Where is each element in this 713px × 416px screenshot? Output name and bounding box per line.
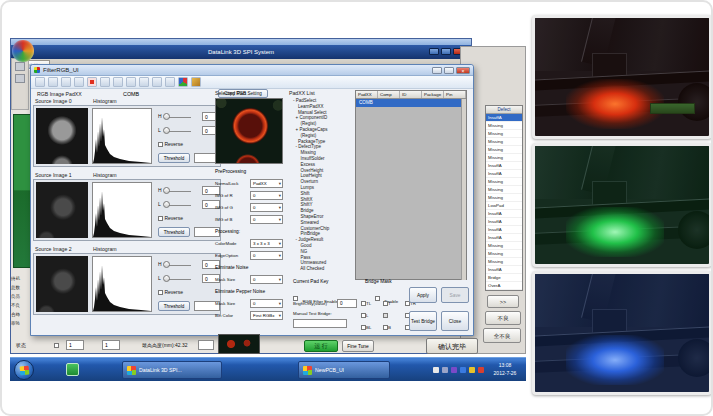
defect-row[interactable]: Missing bbox=[486, 250, 522, 258]
reverse-checkbox[interactable] bbox=[158, 216, 163, 221]
run-button[interactable]: 运 行 bbox=[304, 340, 338, 352]
h-slider-thumb[interactable] bbox=[163, 187, 170, 194]
taskbar-app-newpcb[interactable]: NewPCB_UI bbox=[298, 361, 390, 379]
toolbar-icon[interactable] bbox=[178, 77, 188, 87]
defect-row[interactable]: Missing bbox=[486, 194, 522, 202]
tray-icon[interactable] bbox=[451, 367, 457, 373]
tree-item[interactable]: All Checked bbox=[293, 266, 351, 272]
pad-select-tree[interactable]: - PadSelect LearnPadXX Manual Select + C… bbox=[293, 98, 351, 272]
edgeoption-select[interactable]: 0 bbox=[250, 251, 283, 260]
defect-row[interactable]: Missing bbox=[486, 242, 522, 250]
pad-list-table[interactable]: PadXXCompIDPackagePin COMB bbox=[355, 90, 467, 280]
tray-icon[interactable] bbox=[460, 367, 466, 373]
tray-icon[interactable] bbox=[478, 367, 484, 373]
pad-table-column[interactable]: ID bbox=[400, 91, 422, 98]
test-bridge-button[interactable]: Test Bridge bbox=[409, 311, 437, 331]
defect-row[interactable]: Missing bbox=[486, 138, 522, 146]
defect-row[interactable]: InsuffA bbox=[486, 266, 522, 274]
bridge-enable-checkbox[interactable] bbox=[375, 296, 380, 301]
ng-button[interactable]: 不良 bbox=[485, 311, 521, 325]
mask-size2-select[interactable]: 0 bbox=[250, 299, 283, 308]
defect-row[interactable]: Missing bbox=[486, 186, 522, 194]
defect-row[interactable]: InsuffA bbox=[486, 218, 522, 226]
defect-row[interactable]: Bridge bbox=[486, 274, 522, 282]
pad-table-column[interactable]: Comp bbox=[378, 91, 400, 98]
dialog-titlebar[interactable]: FilterRGB_UI × bbox=[31, 65, 473, 76]
tray-icon[interactable] bbox=[442, 367, 448, 373]
pad-table-column[interactable]: Pin bbox=[444, 91, 466, 98]
l-slider-thumb[interactable] bbox=[163, 201, 170, 208]
defect-row[interactable]: LowPad bbox=[486, 202, 522, 210]
l-slider-thumb[interactable] bbox=[163, 275, 170, 282]
toolbar-icon[interactable] bbox=[100, 77, 110, 87]
threshold-button[interactable]: Threshold bbox=[158, 301, 190, 311]
defect-row[interactable]: OverA bbox=[486, 282, 522, 290]
maximize-button[interactable] bbox=[441, 48, 451, 55]
quick-launch-icon[interactable] bbox=[66, 363, 79, 376]
start-button[interactable] bbox=[14, 360, 34, 380]
defect-row[interactable]: Missing bbox=[486, 122, 522, 130]
defect-row[interactable]: InsuffA bbox=[486, 170, 522, 178]
toolbar-icon[interactable] bbox=[139, 77, 149, 87]
defect-row[interactable]: InsuffA bbox=[486, 162, 522, 170]
status-value-2[interactable]: 1 bbox=[102, 340, 120, 350]
all-ng-button[interactable]: 全不良 bbox=[483, 328, 521, 343]
more-button[interactable]: >> bbox=[487, 295, 519, 308]
defect-row[interactable]: Missing bbox=[486, 178, 522, 186]
h-slider-thumb[interactable] bbox=[163, 261, 170, 268]
toolbar-icon[interactable] bbox=[191, 77, 201, 87]
defect-row[interactable]: Missing bbox=[486, 130, 522, 138]
dialog-maximize-button[interactable] bbox=[444, 67, 454, 74]
toolbar-icon[interactable] bbox=[152, 77, 162, 87]
status-value-1[interactable]: 1 bbox=[66, 340, 84, 350]
toolbar-icon[interactable] bbox=[87, 77, 97, 87]
manual-test-input[interactable] bbox=[293, 319, 347, 328]
reverse-checkbox[interactable] bbox=[158, 142, 163, 147]
l-slider-thumb[interactable] bbox=[163, 127, 170, 134]
fine-tune-button[interactable]: Fine Tune bbox=[342, 340, 374, 352]
toolbar-icon[interactable] bbox=[165, 77, 175, 87]
img-r-select[interactable]: 0 bbox=[250, 191, 283, 200]
taskbar-app-datalink[interactable]: DataLink 3D SPI... bbox=[122, 361, 222, 379]
defect-row[interactable]: InsuffA bbox=[486, 226, 522, 234]
bright-only-input[interactable]: 0 bbox=[337, 299, 357, 308]
h-slider-thumb[interactable] bbox=[163, 113, 170, 120]
defect-row[interactable]: Missing bbox=[486, 154, 522, 162]
img-g-select[interactable]: 0 bbox=[250, 203, 283, 212]
img-b-select[interactable]: 0 bbox=[250, 215, 283, 224]
pad-table-column[interactable]: PadXX bbox=[356, 91, 378, 98]
pad-table-column[interactable]: Package bbox=[422, 91, 444, 98]
minimize-button[interactable] bbox=[429, 48, 439, 55]
normallock-select[interactable]: PadXX bbox=[250, 179, 283, 188]
threshold-button[interactable]: Threshold bbox=[158, 227, 190, 237]
defect-list[interactable]: Defect InsuffAMissingMissingMissingMissi… bbox=[485, 105, 523, 291]
defect-row[interactable]: InsuffA bbox=[486, 114, 522, 122]
confirm-complete-button[interactable]: 确认完毕 bbox=[426, 338, 478, 354]
toolbar-icon[interactable] bbox=[35, 77, 45, 87]
defect-row[interactable]: InsuffA bbox=[486, 234, 522, 242]
threshold-button[interactable]: Threshold bbox=[158, 153, 190, 163]
status-checkbox[interactable] bbox=[54, 343, 59, 348]
toolbar-icon[interactable] bbox=[61, 77, 71, 87]
taskbar-clock[interactable]: 13:08 2012-7-26 bbox=[486, 361, 524, 377]
close-action-button[interactable]: Close bbox=[441, 311, 469, 331]
toolbar-icon[interactable] bbox=[74, 77, 84, 87]
toolbar-icon[interactable] bbox=[126, 77, 136, 87]
apply-button[interactable]: Apply bbox=[409, 287, 437, 303]
height-input[interactable] bbox=[198, 340, 214, 350]
tray-icon[interactable] bbox=[469, 367, 475, 373]
pad-table-scrollbar[interactable] bbox=[461, 99, 466, 280]
defect-row[interactable]: Missing bbox=[486, 146, 522, 154]
toolbar-icon[interactable] bbox=[113, 77, 123, 87]
defect-row[interactable]: InsuffA bbox=[486, 210, 522, 218]
mask-size-select[interactable]: 0 bbox=[250, 275, 283, 284]
dialog-close-button[interactable]: × bbox=[456, 67, 470, 74]
dialog-minimize-button[interactable] bbox=[432, 67, 442, 74]
pad-table-selected-row[interactable]: COMB bbox=[356, 99, 466, 107]
tray-icon[interactable] bbox=[433, 367, 439, 373]
main-titlebar[interactable]: DataLink 3D SPI System bbox=[11, 45, 471, 59]
toolbar-icon[interactable] bbox=[48, 77, 58, 87]
colormode-select[interactable]: 3 x 3 x 3 bbox=[250, 239, 283, 248]
bin-color-select[interactable]: First RGBx bbox=[250, 311, 283, 320]
save-button[interactable]: Save bbox=[441, 287, 469, 303]
